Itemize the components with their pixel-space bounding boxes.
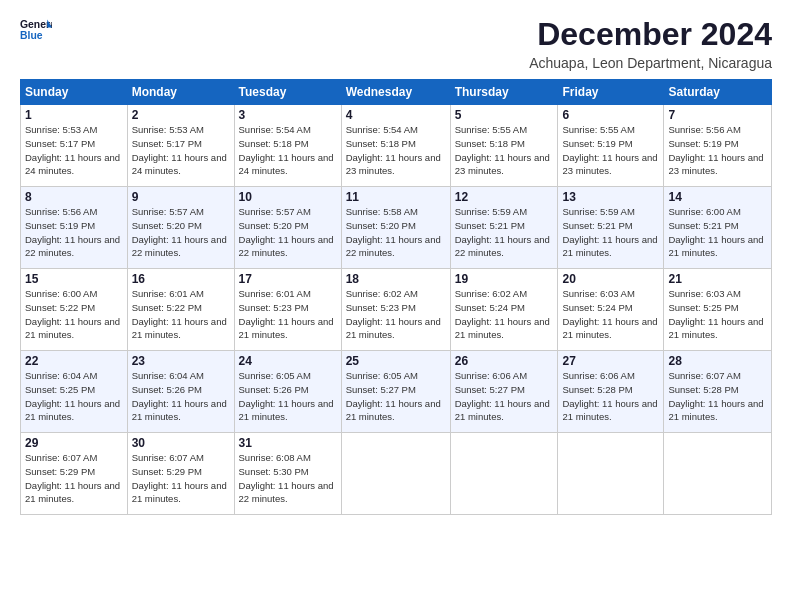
day-info: Sunrise: 5:54 AMSunset: 5:18 PMDaylight:… — [239, 124, 334, 176]
calendar-cell: 29Sunrise: 6:07 AMSunset: 5:29 PMDayligh… — [21, 433, 128, 515]
day-info: Sunrise: 5:53 AMSunset: 5:17 PMDaylight:… — [132, 124, 227, 176]
day-number: 24 — [239, 354, 337, 368]
day-number: 19 — [455, 272, 554, 286]
day-info: Sunrise: 6:07 AMSunset: 5:29 PMDaylight:… — [25, 452, 120, 504]
calendar-week-5: 29Sunrise: 6:07 AMSunset: 5:29 PMDayligh… — [21, 433, 772, 515]
calendar-week-1: 1Sunrise: 5:53 AMSunset: 5:17 PMDaylight… — [21, 105, 772, 187]
day-number: 31 — [239, 436, 337, 450]
logo-icon: General Blue — [20, 16, 52, 44]
calendar-cell: 30Sunrise: 6:07 AMSunset: 5:29 PMDayligh… — [127, 433, 234, 515]
day-number: 20 — [562, 272, 659, 286]
col-monday: Monday — [127, 80, 234, 105]
col-sunday: Sunday — [21, 80, 128, 105]
calendar-cell — [341, 433, 450, 515]
calendar-table: Sunday Monday Tuesday Wednesday Thursday… — [20, 79, 772, 515]
calendar-cell: 16Sunrise: 6:01 AMSunset: 5:22 PMDayligh… — [127, 269, 234, 351]
day-info: Sunrise: 6:05 AMSunset: 5:27 PMDaylight:… — [346, 370, 441, 422]
col-wednesday: Wednesday — [341, 80, 450, 105]
calendar-cell — [664, 433, 772, 515]
day-info: Sunrise: 6:06 AMSunset: 5:27 PMDaylight:… — [455, 370, 550, 422]
calendar-cell: 7Sunrise: 5:56 AMSunset: 5:19 PMDaylight… — [664, 105, 772, 187]
day-info: Sunrise: 6:04 AMSunset: 5:26 PMDaylight:… — [132, 370, 227, 422]
day-info: Sunrise: 5:59 AMSunset: 5:21 PMDaylight:… — [455, 206, 550, 258]
calendar-cell: 6Sunrise: 5:55 AMSunset: 5:19 PMDaylight… — [558, 105, 664, 187]
calendar-cell: 21Sunrise: 6:03 AMSunset: 5:25 PMDayligh… — [664, 269, 772, 351]
day-number: 25 — [346, 354, 446, 368]
col-saturday: Saturday — [664, 80, 772, 105]
day-number: 26 — [455, 354, 554, 368]
day-info: Sunrise: 6:05 AMSunset: 5:26 PMDaylight:… — [239, 370, 334, 422]
day-info: Sunrise: 6:02 AMSunset: 5:23 PMDaylight:… — [346, 288, 441, 340]
calendar-week-2: 8Sunrise: 5:56 AMSunset: 5:19 PMDaylight… — [21, 187, 772, 269]
calendar-cell: 4Sunrise: 5:54 AMSunset: 5:18 PMDaylight… — [341, 105, 450, 187]
day-number: 14 — [668, 190, 767, 204]
svg-text:Blue: Blue — [20, 30, 43, 41]
calendar-cell: 1Sunrise: 5:53 AMSunset: 5:17 PMDaylight… — [21, 105, 128, 187]
calendar-cell: 19Sunrise: 6:02 AMSunset: 5:24 PMDayligh… — [450, 269, 558, 351]
calendar-cell: 25Sunrise: 6:05 AMSunset: 5:27 PMDayligh… — [341, 351, 450, 433]
day-number: 18 — [346, 272, 446, 286]
calendar-cell: 24Sunrise: 6:05 AMSunset: 5:26 PMDayligh… — [234, 351, 341, 433]
calendar-cell: 22Sunrise: 6:04 AMSunset: 5:25 PMDayligh… — [21, 351, 128, 433]
day-info: Sunrise: 5:55 AMSunset: 5:18 PMDaylight:… — [455, 124, 550, 176]
calendar-cell: 12Sunrise: 5:59 AMSunset: 5:21 PMDayligh… — [450, 187, 558, 269]
day-info: Sunrise: 6:00 AMSunset: 5:21 PMDaylight:… — [668, 206, 763, 258]
day-info: Sunrise: 6:08 AMSunset: 5:30 PMDaylight:… — [239, 452, 334, 504]
calendar-cell: 10Sunrise: 5:57 AMSunset: 5:20 PMDayligh… — [234, 187, 341, 269]
day-number: 17 — [239, 272, 337, 286]
day-info: Sunrise: 5:56 AMSunset: 5:19 PMDaylight:… — [25, 206, 120, 258]
calendar-cell: 26Sunrise: 6:06 AMSunset: 5:27 PMDayligh… — [450, 351, 558, 433]
calendar-cell: 8Sunrise: 5:56 AMSunset: 5:19 PMDaylight… — [21, 187, 128, 269]
day-number: 22 — [25, 354, 123, 368]
day-info: Sunrise: 6:01 AMSunset: 5:23 PMDaylight:… — [239, 288, 334, 340]
calendar-cell: 2Sunrise: 5:53 AMSunset: 5:17 PMDaylight… — [127, 105, 234, 187]
day-number: 6 — [562, 108, 659, 122]
day-number: 9 — [132, 190, 230, 204]
calendar-cell: 15Sunrise: 6:00 AMSunset: 5:22 PMDayligh… — [21, 269, 128, 351]
day-number: 7 — [668, 108, 767, 122]
day-info: Sunrise: 5:56 AMSunset: 5:19 PMDaylight:… — [668, 124, 763, 176]
calendar-cell: 9Sunrise: 5:57 AMSunset: 5:20 PMDaylight… — [127, 187, 234, 269]
day-number: 11 — [346, 190, 446, 204]
day-info: Sunrise: 6:00 AMSunset: 5:22 PMDaylight:… — [25, 288, 120, 340]
calendar-cell: 17Sunrise: 6:01 AMSunset: 5:23 PMDayligh… — [234, 269, 341, 351]
calendar-cell: 14Sunrise: 6:00 AMSunset: 5:21 PMDayligh… — [664, 187, 772, 269]
day-info: Sunrise: 6:07 AMSunset: 5:29 PMDaylight:… — [132, 452, 227, 504]
day-number: 2 — [132, 108, 230, 122]
day-number: 1 — [25, 108, 123, 122]
col-friday: Friday — [558, 80, 664, 105]
day-number: 23 — [132, 354, 230, 368]
calendar-week-4: 22Sunrise: 6:04 AMSunset: 5:25 PMDayligh… — [21, 351, 772, 433]
page: General Blue December 2024 Achuapa, Leon… — [0, 0, 792, 612]
calendar-week-3: 15Sunrise: 6:00 AMSunset: 5:22 PMDayligh… — [21, 269, 772, 351]
day-info: Sunrise: 6:06 AMSunset: 5:28 PMDaylight:… — [562, 370, 657, 422]
day-info: Sunrise: 5:59 AMSunset: 5:21 PMDaylight:… — [562, 206, 657, 258]
calendar-cell — [558, 433, 664, 515]
day-info: Sunrise: 5:57 AMSunset: 5:20 PMDaylight:… — [132, 206, 227, 258]
calendar-cell: 3Sunrise: 5:54 AMSunset: 5:18 PMDaylight… — [234, 105, 341, 187]
day-number: 21 — [668, 272, 767, 286]
day-number: 12 — [455, 190, 554, 204]
day-info: Sunrise: 5:58 AMSunset: 5:20 PMDaylight:… — [346, 206, 441, 258]
calendar-cell: 27Sunrise: 6:06 AMSunset: 5:28 PMDayligh… — [558, 351, 664, 433]
calendar-cell: 18Sunrise: 6:02 AMSunset: 5:23 PMDayligh… — [341, 269, 450, 351]
calendar-cell — [450, 433, 558, 515]
day-number: 16 — [132, 272, 230, 286]
day-number: 10 — [239, 190, 337, 204]
col-tuesday: Tuesday — [234, 80, 341, 105]
calendar-cell: 5Sunrise: 5:55 AMSunset: 5:18 PMDaylight… — [450, 105, 558, 187]
day-info: Sunrise: 6:04 AMSunset: 5:25 PMDaylight:… — [25, 370, 120, 422]
day-number: 13 — [562, 190, 659, 204]
day-info: Sunrise: 5:57 AMSunset: 5:20 PMDaylight:… — [239, 206, 334, 258]
day-number: 15 — [25, 272, 123, 286]
day-info: Sunrise: 5:54 AMSunset: 5:18 PMDaylight:… — [346, 124, 441, 176]
col-thursday: Thursday — [450, 80, 558, 105]
calendar-cell: 11Sunrise: 5:58 AMSunset: 5:20 PMDayligh… — [341, 187, 450, 269]
day-number: 5 — [455, 108, 554, 122]
day-info: Sunrise: 6:02 AMSunset: 5:24 PMDaylight:… — [455, 288, 550, 340]
calendar-header-row: Sunday Monday Tuesday Wednesday Thursday… — [21, 80, 772, 105]
day-number: 27 — [562, 354, 659, 368]
day-info: Sunrise: 5:53 AMSunset: 5:17 PMDaylight:… — [25, 124, 120, 176]
day-number: 3 — [239, 108, 337, 122]
calendar-cell: 28Sunrise: 6:07 AMSunset: 5:28 PMDayligh… — [664, 351, 772, 433]
